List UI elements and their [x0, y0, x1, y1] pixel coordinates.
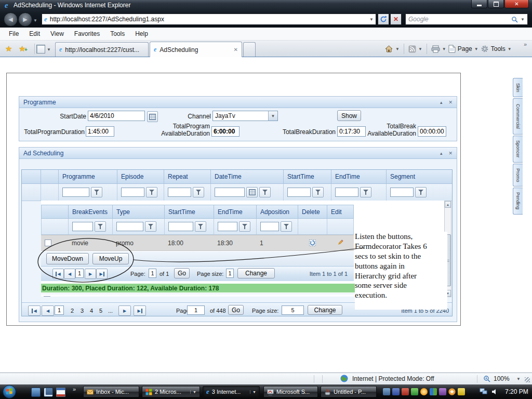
pager-next-button[interactable]: ▶: [118, 305, 131, 316]
go-button[interactable]: Go: [174, 268, 190, 278]
pager-last-button[interactable]: ▶: [134, 305, 146, 316]
resize-grip[interactable]: [525, 377, 530, 382]
col-repeat[interactable]: Repeat: [164, 170, 211, 183]
print-dropdown-icon[interactable]: ▼: [442, 47, 446, 51]
group-dropdown-icon[interactable]: ▼: [190, 390, 196, 394]
forward-button[interactable]: ▶: [18, 12, 32, 26]
side-tab-commercial[interactable]: Commercial: [513, 98, 523, 135]
menu-help[interactable]: Help: [130, 29, 153, 39]
startdate-calendar-button[interactable]: [147, 111, 158, 122]
side-tab-promo[interactable]: Promo: [513, 164, 523, 187]
movedown-button[interactable]: MoveDown: [46, 253, 89, 264]
page-size-input[interactable]: [282, 305, 304, 315]
pager-first-button[interactable]: ◀: [52, 269, 64, 279]
home-dropdown-icon[interactable]: ▼: [395, 47, 400, 51]
side-tab-skin[interactable]: Skin: [513, 78, 523, 97]
filter-input[interactable]: [287, 188, 311, 197]
tab-background-page[interactable]: e http://localhost:2227/cust...: [55, 42, 149, 57]
page-icon[interactable]: [448, 45, 456, 53]
favorites-star-icon[interactable]: ★: [5, 44, 12, 54]
tab-close-icon[interactable]: ✕: [234, 47, 238, 52]
show-button[interactable]: Show: [337, 110, 361, 121]
scroll-up-button[interactable]: ▲: [445, 201, 451, 208]
channel-dropdown-button[interactable]: ▼: [268, 111, 277, 121]
pager-prev-button[interactable]: ◀: [42, 305, 54, 316]
feeds-icon[interactable]: [408, 45, 416, 53]
maximize-button[interactable]: [488, 0, 504, 8]
pager-first-button[interactable]: ◀: [28, 305, 41, 316]
pager-next-button[interactable]: ▶: [85, 269, 96, 279]
filter-button[interactable]: [146, 187, 157, 197]
tray-purple-app-icon[interactable]: [439, 388, 446, 395]
filter-input[interactable]: [116, 222, 143, 231]
new-tab-stub[interactable]: [243, 42, 256, 57]
zoom-level-text[interactable]: 100%: [494, 375, 510, 382]
channel-dropdown[interactable]: JayaTv ▼: [212, 111, 278, 121]
col-edit[interactable]: Edit: [327, 205, 353, 218]
row-checkbox[interactable]: [44, 296, 50, 297]
pager-current-page[interactable]: 1: [75, 269, 84, 278]
refresh-button[interactable]: [378, 14, 389, 25]
page-number-input[interactable]: [149, 269, 156, 278]
url-text[interactable]: http://localhost:2227/AdScheduling1.aspx: [50, 16, 367, 23]
tray-session-icon[interactable]: [383, 388, 390, 395]
filter-button[interactable]: [281, 221, 292, 232]
col-starttime[interactable]: StartTime: [284, 170, 331, 183]
tray-reminder-clock-icon[interactable]: [448, 388, 456, 395]
filter-button[interactable]: [145, 221, 156, 232]
search-placeholder[interactable]: Google: [408, 16, 509, 23]
col-programme[interactable]: Programme: [59, 170, 117, 183]
address-dropdown-icon[interactable]: ▼: [369, 17, 374, 22]
address-bar[interactable]: e http://localhost:2227/AdScheduling1.as…: [42, 14, 376, 25]
quick-launch-chevron-icon[interactable]: »: [73, 386, 76, 392]
taskbar-button-microsoft-s[interactable]: Microsoft S...: [263, 386, 318, 397]
side-tab-pending[interactable]: Pending: [513, 188, 523, 215]
filter-button[interactable]: [195, 221, 206, 232]
row-checkbox[interactable]: [45, 240, 51, 246]
filter-input[interactable]: [335, 188, 358, 197]
panel-close-icon[interactable]: ✕: [448, 151, 453, 156]
filter-button[interactable]: [360, 187, 371, 197]
history-dropdown-icon[interactable]: ▼: [33, 18, 37, 23]
taskbar-clock[interactable]: 7:20 PM: [505, 388, 528, 395]
print-icon[interactable]: [431, 45, 440, 53]
volume-icon[interactable]: [491, 388, 499, 395]
page-size-input[interactable]: [226, 269, 234, 278]
filter-input[interactable]: [390, 188, 414, 197]
col-delete[interactable]: Delete: [298, 205, 327, 218]
col-type[interactable]: Type: [113, 205, 165, 218]
pager-page-5[interactable]: 5: [99, 308, 102, 314]
filter-input[interactable]: [218, 222, 237, 231]
go-button[interactable]: Go: [228, 305, 244, 315]
filter-calendar-button[interactable]: [246, 187, 258, 197]
stop-button[interactable]: ✕: [390, 14, 402, 25]
pager-page-2[interactable]: 2: [71, 308, 74, 314]
panel-collapse-icon[interactable]: ▴: [440, 100, 443, 105]
network-status-icon[interactable]: [480, 388, 488, 395]
filter-input[interactable]: [215, 188, 245, 197]
tray-gear-icon[interactable]: [392, 388, 400, 395]
group-dropdown-icon[interactable]: ▼: [250, 390, 256, 394]
start-button[interactable]: [2, 384, 17, 399]
filter-button[interactable]: [193, 187, 204, 197]
col-starttime[interactable]: StartTime: [165, 205, 214, 218]
menu-view[interactable]: View: [46, 29, 69, 39]
change-button[interactable]: Change: [237, 268, 275, 278]
pager-last-button[interactable]: ▶: [96, 269, 108, 279]
page-dropdown-icon[interactable]: ▼: [474, 47, 478, 51]
filter-input[interactable]: [72, 222, 93, 231]
filter-button[interactable]: [91, 187, 102, 197]
col-endtime[interactable]: EndTime: [331, 170, 387, 183]
taskbar-button-paint[interactable]: Untitled - P...: [321, 386, 377, 397]
panel-collapse-icon[interactable]: ▴: [440, 151, 443, 156]
filter-button[interactable]: [415, 187, 427, 197]
pager-ellipsis[interactable]: ...: [108, 308, 113, 314]
col-breakevents[interactable]: BreakEvents: [69, 205, 113, 218]
pager-prev-button[interactable]: ◀: [64, 269, 75, 279]
col-datetime[interactable]: DateTime: [211, 170, 284, 183]
filter-button[interactable]: [259, 187, 271, 197]
search-box[interactable]: Google ▼: [405, 14, 528, 25]
change-button[interactable]: Change: [308, 305, 342, 315]
pager-page-3[interactable]: 3: [81, 308, 84, 314]
side-tab-sponcer[interactable]: Sponcer: [513, 136, 523, 163]
